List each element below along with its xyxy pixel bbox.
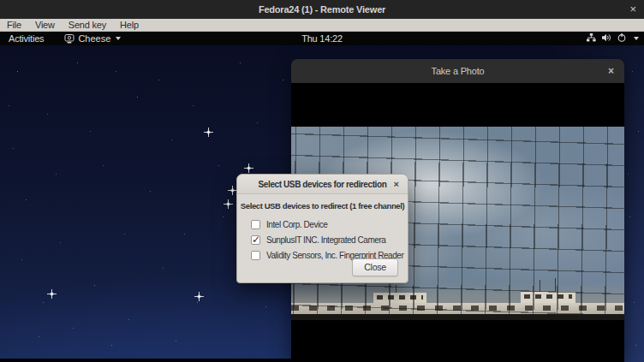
device-label[interactable]: SunplusIT INC. Integrated Camera — [266, 235, 385, 245]
photo-window-titlebar[interactable]: Take a Photo × — [291, 59, 624, 83]
window-close-icon[interactable]: × — [629, 0, 636, 19]
bright-star — [230, 188, 235, 193]
dialog-title: Select USB devices for redirection — [259, 180, 387, 189]
device-checkbox[interactable] — [251, 220, 260, 229]
system-status-area[interactable] — [587, 33, 639, 44]
bright-star — [226, 202, 230, 206]
menubar: File View Send key Help — [0, 19, 644, 32]
device-list: Intel Corp. Device SunplusIT INC. Integr… — [251, 217, 408, 263]
gnome-top-bar: Activities Cheese Thu 14:22 — [0, 32, 644, 45]
photo-window-close-icon[interactable]: × — [608, 65, 614, 77]
device-label[interactable]: Intel Corp. Device — [266, 220, 327, 229]
dialog-titlebar[interactable]: Select USB devices for redirection × — [237, 175, 408, 194]
window-title: Fedora24 (1) - Remote Viewer — [259, 4, 385, 15]
bright-star — [50, 292, 54, 296]
usb-redirection-dialog: Select USB devices for redirection × Sel… — [236, 174, 408, 283]
power-icon[interactable] — [617, 33, 626, 44]
volume-icon[interactable] — [602, 33, 611, 44]
screen-bottom-edge — [0, 359, 295, 362]
device-row: SunplusIT INC. Integrated Camera — [251, 232, 408, 247]
device-row: Intel Corp. Device — [251, 217, 408, 232]
window-titlebar[interactable]: Fedora24 (1) - Remote Viewer × — [0, 0, 644, 19]
dialog-close-icon[interactable]: × — [394, 175, 399, 194]
dialog-heading: Select USB devices to redirect (1 free c… — [237, 201, 408, 211]
menu-send-key[interactable]: Send key — [62, 19, 113, 31]
starfield — [0, 45, 1, 46]
bright-star — [197, 294, 201, 299]
menu-file[interactable]: File — [0, 19, 28, 31]
bright-star — [206, 130, 211, 134]
clock[interactable]: Thu 14:22 — [0, 33, 644, 44]
chevron-down-icon[interactable] — [634, 37, 639, 40]
dialog-body: Select USB devices to redirect (1 free c… — [237, 194, 408, 282]
device-checkbox[interactable] — [251, 251, 260, 260]
device-checkbox[interactable] — [251, 235, 260, 245]
menu-help[interactable]: Help — [113, 19, 146, 31]
dialog-close-button[interactable]: Close — [352, 258, 398, 276]
photo-window-title: Take a Photo — [432, 66, 485, 76]
network-icon[interactable] — [587, 33, 596, 44]
remote-viewer-window: Fedora24 (1) - Remote Viewer × File View… — [0, 0, 644, 362]
menu-view[interactable]: View — [28, 19, 62, 31]
bright-star — [247, 166, 251, 170]
